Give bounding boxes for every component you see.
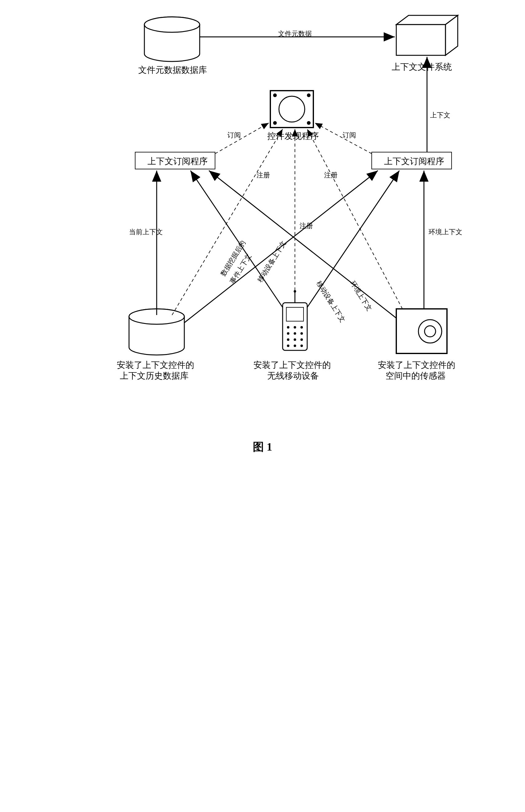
svg-point-6: [307, 93, 311, 97]
file-metadata-label: 文件元数据: [278, 29, 312, 39]
svg-point-21: [287, 338, 289, 341]
svg-point-7: [273, 121, 277, 125]
subscribe-right-label: 订阅: [343, 131, 356, 140]
edge-subscribe-left: [215, 123, 269, 154]
mobile-ctx-left-label: 移动设备上下文: [256, 239, 287, 284]
svg-point-1: [145, 17, 200, 32]
svg-point-20: [300, 332, 303, 335]
env-ctx-left-label: 环境上下文: [349, 279, 373, 312]
discover-label: 控件发现程序: [267, 131, 319, 142]
mobile-device-icon: [283, 290, 307, 350]
svg-point-17: [300, 326, 303, 328]
edge-mobile-left: [191, 171, 283, 307]
subscriber-left-label: 上下文订阅程序: [148, 156, 208, 167]
svg-point-25: [294, 344, 296, 347]
sensor-label2: 空间中的传感器: [386, 370, 446, 381]
svg-point-16: [294, 326, 296, 328]
metadata-db-label: 文件元数据数据库: [138, 64, 207, 76]
history-db-icon: [129, 309, 184, 355]
register-left-label: 注册: [256, 171, 270, 180]
history-db-label1: 安装了上下文控件的: [117, 359, 194, 371]
svg-rect-12: [286, 307, 303, 321]
svg-point-24: [287, 344, 289, 347]
register-right-label: 注册: [324, 171, 338, 180]
svg-point-4: [279, 96, 305, 122]
svg-point-8: [307, 121, 311, 125]
env-context-label: 环境上下文: [429, 227, 462, 237]
metadata-db-icon: [145, 17, 200, 61]
sensor-icon: [396, 309, 447, 353]
mobile-label1: 安装了上下文控件的: [253, 359, 331, 371]
figure-1-caption: 图 1: [0, 440, 525, 455]
context-label: 上下文: [430, 110, 450, 120]
svg-point-22: [294, 338, 296, 341]
discover-icon: [270, 91, 313, 128]
history-db-label2: 上下文历史数据库: [120, 370, 189, 381]
subscriber-right-label: 上下文订阅程序: [384, 156, 444, 167]
figure-1: 数据挖掘后的 事件上下文 移动设备上下文 移动设备上下文 环境上下文 文件元数据…: [0, 0, 525, 476]
svg-point-14: [294, 290, 296, 293]
svg-rect-2: [396, 25, 446, 55]
context-fs-label: 上下文文件系统: [392, 61, 452, 73]
svg-point-15: [287, 326, 289, 328]
svg-point-23: [300, 338, 303, 341]
mobile-label2: 无线移动设备: [267, 370, 319, 381]
context-fs-icon: [396, 15, 458, 55]
svg-point-18: [287, 332, 289, 335]
register-mid-label: 注册: [300, 221, 313, 231]
current-context-label: 当前上下文: [129, 227, 163, 237]
subscribe-left-label: 订阅: [227, 131, 241, 140]
svg-point-19: [294, 332, 296, 335]
svg-point-26: [300, 344, 303, 347]
mobile-ctx-right-label: 移动设备上下文: [315, 279, 347, 324]
svg-point-5: [273, 93, 277, 97]
svg-point-29: [424, 326, 436, 337]
sensor-label1: 安装了上下文控件的: [378, 359, 455, 371]
